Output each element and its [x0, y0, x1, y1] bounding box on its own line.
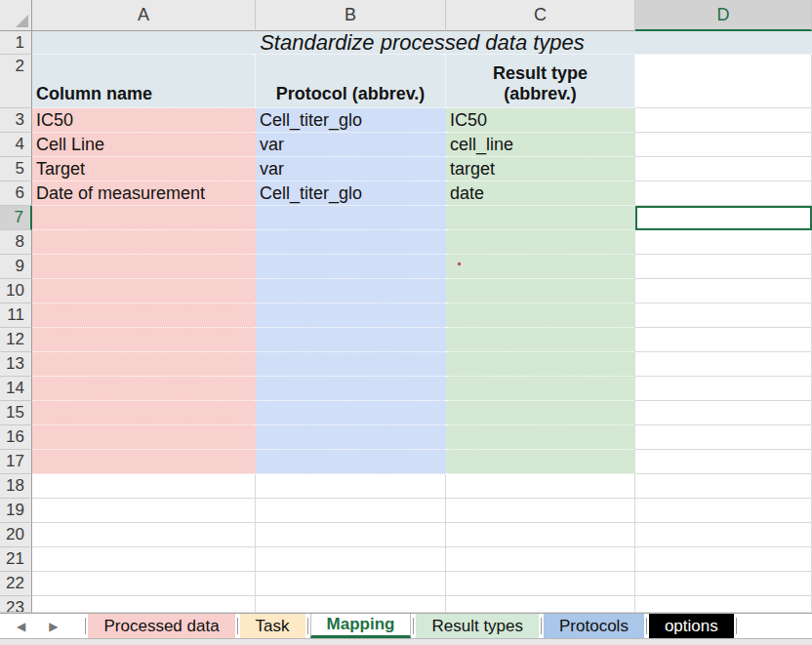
- cell-D13[interactable]: [635, 352, 812, 377]
- row-header-6[interactable]: 6: [0, 181, 32, 206]
- cell-C2[interactable]: Result type (abbrev.): [446, 55, 635, 108]
- cell-B4[interactable]: var: [256, 133, 446, 157]
- cell-B21[interactable]: [256, 547, 446, 572]
- row-header-20[interactable]: 20: [0, 523, 32, 547]
- cell-A8[interactable]: [32, 230, 256, 255]
- cell-D6[interactable]: [635, 181, 812, 206]
- cell-C11[interactable]: [446, 303, 635, 328]
- row-header-9[interactable]: 9: [0, 255, 32, 279]
- cell-B11[interactable]: [256, 303, 446, 328]
- row-header-7[interactable]: 7: [0, 206, 32, 230]
- cell-B19[interactable]: [256, 499, 446, 523]
- cell-A20[interactable]: [32, 523, 256, 547]
- sheet-tab-result-types[interactable]: Result types: [416, 614, 539, 638]
- cell-B8[interactable]: [256, 230, 446, 255]
- cell-A21[interactable]: [32, 547, 256, 572]
- cell-D16[interactable]: [635, 425, 812, 450]
- cell-D4[interactable]: [635, 133, 812, 157]
- cell-D18[interactable]: [635, 474, 812, 499]
- column-header-D[interactable]: D: [635, 0, 812, 31]
- column-header-B[interactable]: B: [256, 0, 446, 31]
- row-header-5[interactable]: 5: [0, 157, 32, 181]
- cell-C5[interactable]: target: [446, 157, 635, 181]
- cell-B10[interactable]: [256, 279, 446, 303]
- cell-D5[interactable]: [635, 157, 812, 181]
- cell-A14[interactable]: [32, 377, 256, 401]
- row-header-1[interactable]: 1: [0, 31, 32, 55]
- cell-D23[interactable]: [635, 596, 812, 613]
- cell-D22[interactable]: [635, 572, 812, 596]
- cell-D20[interactable]: [635, 523, 812, 547]
- row-header-13[interactable]: 13: [0, 352, 32, 377]
- row-header-15[interactable]: 15: [0, 401, 32, 425]
- title-cell-A1[interactable]: Standardize processed data types: [32, 31, 812, 55]
- sheet-tab-processed-data[interactable]: Processed data: [88, 614, 234, 638]
- cell-A16[interactable]: [32, 425, 256, 450]
- cell-A6[interactable]: Date of measurement: [32, 181, 256, 206]
- cell-B5[interactable]: var: [256, 157, 446, 181]
- cell-B3[interactable]: Cell_titer_glo: [256, 108, 446, 133]
- sheet-tab-task[interactable]: Task: [240, 614, 305, 638]
- cell-D19[interactable]: [635, 499, 812, 523]
- row-header-21[interactable]: 21: [0, 547, 32, 572]
- cell-C8[interactable]: [446, 230, 635, 255]
- cell-D8[interactable]: [635, 230, 812, 255]
- cell-B20[interactable]: [256, 523, 446, 547]
- cell-D15[interactable]: [635, 401, 812, 425]
- cell-C20[interactable]: [446, 523, 635, 547]
- cell-B2[interactable]: Protocol (abbrev.): [256, 55, 446, 108]
- cell-A18[interactable]: [32, 474, 256, 499]
- cell-A2[interactable]: Column name: [32, 55, 256, 108]
- cell-D17[interactable]: [635, 450, 812, 474]
- row-header-3[interactable]: 3: [0, 108, 32, 133]
- cell-B17[interactable]: [256, 450, 446, 474]
- row-header-10[interactable]: 10: [0, 279, 32, 303]
- row-header-23[interactable]: 23: [0, 596, 32, 613]
- cell-A3[interactable]: IC50: [32, 108, 256, 133]
- row-header-4[interactable]: 4: [0, 133, 32, 157]
- cell-B16[interactable]: [256, 425, 446, 450]
- cell-A23[interactable]: [32, 596, 256, 613]
- row-header-22[interactable]: 22: [0, 572, 32, 596]
- cell-A4[interactable]: Cell Line: [32, 133, 256, 157]
- cell-D11[interactable]: [635, 303, 812, 328]
- cell-A12[interactable]: [32, 328, 256, 352]
- select-all-button[interactable]: [0, 0, 32, 31]
- row-header-17[interactable]: 17: [0, 450, 32, 474]
- cell-D21[interactable]: [635, 547, 812, 572]
- cell-A5[interactable]: Target: [32, 157, 256, 181]
- next-sheet-icon[interactable]: ▶: [49, 621, 58, 632]
- cell-D14[interactable]: [635, 377, 812, 401]
- cell-A11[interactable]: [32, 303, 256, 328]
- cell-B7[interactable]: [256, 206, 446, 230]
- row-header-16[interactable]: 16: [0, 425, 32, 450]
- column-header-A[interactable]: A: [32, 0, 256, 31]
- cell-A19[interactable]: [32, 499, 256, 523]
- row-header-12[interactable]: 12: [0, 328, 32, 352]
- cell-A15[interactable]: [32, 401, 256, 425]
- cell-C23[interactable]: [446, 596, 635, 613]
- row-header-2[interactable]: 2: [0, 55, 32, 108]
- cell-A17[interactable]: [32, 450, 256, 474]
- cell-C22[interactable]: [446, 572, 635, 596]
- cell-B22[interactable]: [256, 572, 446, 596]
- cell-B23[interactable]: [256, 596, 446, 613]
- cell-C13[interactable]: [446, 352, 635, 377]
- cell-C7[interactable]: [446, 206, 635, 230]
- cell-B13[interactable]: [256, 352, 446, 377]
- cell-C3[interactable]: IC50: [446, 108, 635, 133]
- sheet-tab-mapping[interactable]: Mapping: [310, 614, 412, 638]
- cell-C12[interactable]: [446, 328, 635, 352]
- cell-D10[interactable]: [635, 279, 812, 303]
- sheet-tab-protocols[interactable]: Protocols: [544, 614, 644, 638]
- cell-B18[interactable]: [256, 474, 446, 499]
- cell-B15[interactable]: [256, 401, 446, 425]
- row-header-11[interactable]: 11: [0, 303, 32, 328]
- cell-C19[interactable]: [446, 499, 635, 523]
- row-header-14[interactable]: 14: [0, 377, 32, 401]
- cell-C15[interactable]: [446, 401, 635, 425]
- cell-B14[interactable]: [256, 377, 446, 401]
- row-header-18[interactable]: 18: [0, 474, 32, 499]
- cell-C18[interactable]: [446, 474, 635, 499]
- sheet-tab-options[interactable]: options: [649, 614, 734, 638]
